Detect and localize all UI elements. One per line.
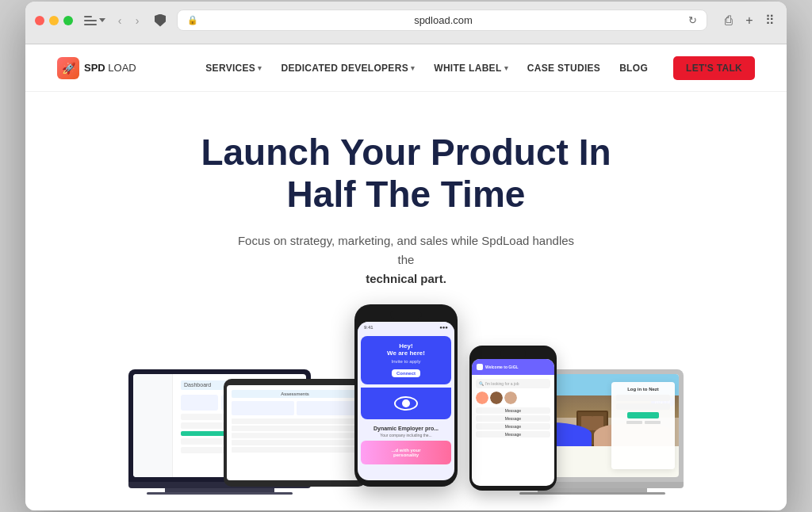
message-row-4: Message [476,431,550,437]
nav-item-services[interactable]: SERVICES ▾ [205,63,262,74]
phone-eye-section [361,388,451,419]
phone-main-content: 9:41●●● Hey!We are here! Invite to apply… [358,322,454,480]
lock-icon: 🔒 [187,15,198,25]
shield-icon [155,14,166,27]
hero-title: Launch Your Product In Half The Time [168,132,644,216]
forward-button[interactable]: › [131,14,144,27]
tablet-row-5 [232,447,358,453]
phone-right-content: Welcome to GiGL 🔍 I'm looking for a job [472,359,554,486]
login-panel: Log in to Nezt [611,382,675,469]
avatar-1 [476,392,488,404]
logo-icon: 🚀 [57,57,79,79]
tablet-content: Assessments [227,385,363,480]
tablet-row-1 [232,418,358,424]
sidebar-toggle[interactable] [84,16,105,25]
traffic-lights [35,16,73,25]
nav-item-blog[interactable]: BLOG [619,63,648,74]
cta-button[interactable]: LET'S TALK [673,56,755,80]
chevron-down-icon [99,18,105,22]
mock-sidebar [133,374,173,477]
tablet-frame: Assessments [224,379,366,487]
avatar-2 [490,392,503,404]
address-bar[interactable]: 🔒 spdload.com ↻ [177,10,707,31]
logo[interactable]: 🚀 SPD LOAD [57,57,136,79]
message-row-3: Message [476,423,550,430]
white-label-link[interactable]: WHITE LABEL ▾ [434,63,508,74]
tablet-row-3 [232,433,358,438]
nav-arrows: ‹ › [113,14,144,27]
phone-status-bar: 9:41●●● [358,322,454,333]
message-row-2: Message [476,415,550,422]
profile-avatars [476,392,550,404]
browser-window: ‹ › 🔒 spdload.com ↻ ⎙ + ⠿ 🚀 [25,2,787,510]
login-link-1 [626,421,642,424]
phone-right-body: 🔍 I'm looking for a job [472,375,554,443]
back-button[interactable]: ‹ [113,14,126,27]
nav-item-case-studies[interactable]: CASE STUDIES [527,63,600,74]
nav-item-cta[interactable]: LET'S TALK [667,56,755,80]
services-dropdown-arrow: ▾ [258,64,262,72]
phone-notch [390,311,422,319]
site-navigation: 🚀 SPD LOAD SERVICES ▾ DEDICATED DEVELOPE… [25,44,787,92]
nav-item-dedicated[interactable]: DEDICATED DEVELOPERS ▾ [281,63,415,74]
dedicated-link[interactable]: DEDICATED DEVELOPERS ▾ [281,63,415,74]
tablet-row-4 [232,440,358,445]
chrome-actions: ⎙ + ⠿ [722,13,777,28]
phone-text: Dynamic Employer pro... Your company inc… [358,422,454,441]
phone-right-notch [500,350,526,357]
phone-right-device: Welcome to GiGL 🔍 I'm looking for a job [469,346,557,491]
hero-subtitle: Focus on strategy, marketing, and sales … [232,231,580,288]
phone-main-frame: 9:41●●● Hey!We are here! Invite to apply… [354,304,458,487]
phone-personality-section: ...d with yourpersonality [361,441,451,464]
login-field-1 [616,395,670,401]
login-button [627,412,660,418]
case-studies-link[interactable]: CASE STUDIES [527,63,600,74]
message-row-1: Message [476,407,550,414]
laptop-left-foot [147,492,293,495]
login-field-2 [616,403,670,410]
share-icon[interactable]: ⎙ [722,13,736,28]
grid-icon[interactable]: ⠿ [763,13,777,28]
tablet-row-2 [232,426,358,431]
phone-right-logo [477,364,483,370]
maximize-button[interactable] [63,16,73,25]
device-mockups: Dashboard [128,320,684,495]
eye-icon [394,396,418,411]
avatar-3 [504,392,517,404]
login-link-2 [645,421,661,424]
services-link[interactable]: SERVICES ▾ [205,63,262,74]
login-links [616,421,670,424]
mock-card-1 [181,395,218,411]
white-label-dropdown-arrow: ▾ [504,64,508,72]
tablet-card-1 [232,401,294,415]
nav-item-white-label[interactable]: WHITE LABEL ▾ [434,63,508,74]
tablet-table [232,418,358,453]
tablet-device: Assessments [224,379,366,487]
logo-text: SPD LOAD [84,62,136,74]
login-title: Log in to Nezt [616,387,670,392]
tablet-cards [232,401,358,415]
website-content: 🚀 SPD LOAD SERVICES ▾ DEDICATED DEVELOPE… [25,44,787,510]
phone-right-frame: Welcome to GiGL 🔍 I'm looking for a job [469,346,557,491]
new-tab-icon[interactable]: + [742,13,756,28]
phone-search-bar: 🔍 I'm looking for a job [476,379,550,388]
tablet-card-2 [297,401,359,415]
dedicated-dropdown-arrow: ▾ [411,64,415,72]
hero-section: Launch Your Product In Half The Time Foc… [25,92,787,510]
eye-pupil [402,399,410,407]
phone-main-device: 9:41●●● Hey!We are here! Invite to apply… [354,304,458,487]
minimize-button[interactable] [49,16,59,25]
tablet-header: Assessments [232,390,358,398]
phone-greeting: Hey!We are here! Invite to apply Connect [361,336,451,384]
phone-right-header: Welcome to GiGL [472,359,554,375]
laptop-right-foot [519,492,665,495]
blog-link[interactable]: BLOG [619,63,648,74]
refresh-icon[interactable]: ↻ [688,14,697,26]
browser-chrome: ‹ › 🔒 spdload.com ↻ ⎙ + ⠿ [25,2,787,44]
url-text: spdload.com [203,14,684,26]
sidebar-icon [84,16,97,25]
close-button[interactable] [35,16,44,25]
nav-links: SERVICES ▾ DEDICATED DEVELOPERS ▾ WHITE … [205,56,755,80]
